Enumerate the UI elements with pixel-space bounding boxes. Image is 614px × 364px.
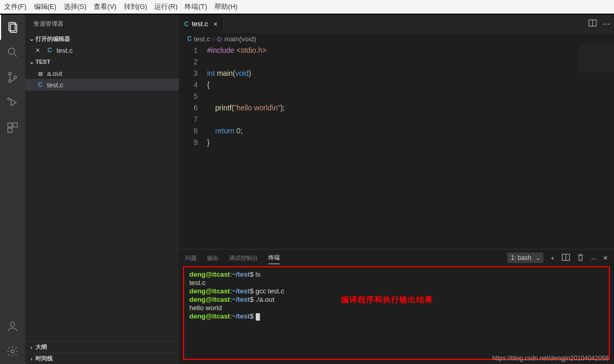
terminal-select[interactable]: 1: bash — [507, 254, 543, 261]
annotation: 编译程序和执行输出结果 — [341, 295, 433, 304]
svg-rect-11 — [8, 128, 12, 132]
terminal[interactable]: 编译程序和执行输出结果 deng@itcast:~/test$ lstest.c… — [183, 266, 610, 360]
new-terminal-icon[interactable]: ＋ — [550, 254, 555, 262]
terminal-line: deng@itcast:~/test$ ls — [189, 270, 604, 279]
svg-marker-7 — [11, 99, 16, 106]
file-icon: ≣ — [36, 70, 45, 77]
extensions-icon[interactable] — [0, 115, 25, 140]
svg-rect-10 — [13, 123, 17, 127]
file-c-icon: C — [45, 47, 54, 54]
menu-item[interactable]: 转到(G) — [124, 2, 147, 12]
svg-rect-9 — [8, 123, 12, 127]
timeline-header[interactable]: ›时间线 — [25, 352, 179, 364]
menubar: 文件(F)编辑(E)选择(S)查看(V)转到(G)运行(R)终端(T)帮助(H) — [0, 0, 614, 15]
file-c-icon: C — [184, 20, 189, 28]
close-icon[interactable]: × — [36, 46, 43, 54]
kill-terminal-icon[interactable] — [576, 253, 585, 263]
terminal-line: test.c — [189, 279, 604, 287]
svg-point-2 — [8, 48, 15, 54]
open-editor-item[interactable]: ×Ctest.c — [25, 44, 179, 56]
debug-icon[interactable] — [0, 90, 25, 115]
more-icon[interactable]: ··· — [603, 19, 610, 29]
tab-bar: Ctest.c× ··· — [179, 15, 614, 33]
breadcrumb[interactable]: C test.c › ⊙ main(void) — [179, 33, 614, 44]
terminal-line: deng@itcast:~/test$ — [189, 312, 604, 321]
menu-item[interactable]: 查看(V) — [94, 2, 116, 12]
file-item[interactable]: Ctest.c — [25, 79, 179, 90]
file-c-icon: C — [187, 35, 192, 42]
gear-icon[interactable] — [0, 339, 25, 364]
close-panel-icon[interactable]: ✕ — [603, 255, 608, 261]
editor: Ctest.c× ··· C test.c › ⊙ main(void) 123… — [179, 15, 614, 364]
file-item[interactable]: ≣a.out — [25, 67, 179, 79]
editor-tab[interactable]: Ctest.c× — [179, 15, 223, 33]
watermark: https://blog.csdn.net/dengjin20104042056 — [492, 355, 609, 362]
svg-point-5 — [9, 80, 12, 83]
svg-point-13 — [11, 350, 14, 353]
menu-item[interactable]: 编辑(E) — [34, 2, 56, 12]
panel-tabs: 问题输出调试控制台终端 1: bash ＋ ︿ ✕ — [179, 249, 614, 266]
maximize-panel-icon[interactable]: ︿ — [591, 254, 597, 262]
menu-item[interactable]: 运行(R) — [154, 2, 177, 12]
svg-point-8 — [8, 98, 10, 100]
terminal-line: deng@itcast:~/test$ gcc test.c — [189, 287, 604, 295]
panel-tab[interactable]: 调试控制台 — [229, 252, 258, 264]
open-editors-header[interactable]: ⌄打开的编辑器 — [25, 33, 179, 44]
panel-tab[interactable]: 终端 — [268, 252, 280, 264]
activity-bar — [0, 15, 25, 364]
main: 资源管理器 ⌄打开的编辑器 ×Ctest.c ⌄TEST ≣a.outCtest… — [0, 15, 614, 364]
svg-line-3 — [14, 54, 17, 56]
search-icon[interactable] — [0, 40, 25, 65]
file-icon: C — [36, 81, 45, 88]
scm-icon[interactable] — [0, 65, 25, 90]
menu-item[interactable]: 文件(F) — [4, 2, 27, 12]
menu-item[interactable]: 选择(S) — [64, 2, 86, 12]
sidebar: 资源管理器 ⌄打开的编辑器 ×Ctest.c ⌄TEST ≣a.outCtest… — [25, 15, 179, 364]
outline-header[interactable]: ›大纲 — [25, 341, 179, 352]
folder-header[interactable]: ⌄TEST — [25, 56, 179, 67]
code-editor[interactable]: 123456789 #include <stdio.h>int main(voi… — [179, 44, 614, 249]
symbol-icon: ⊙ — [217, 35, 222, 43]
sidebar-title: 资源管理器 — [25, 15, 179, 33]
menu-item[interactable]: 帮助(H) — [214, 2, 237, 12]
menu-item[interactable]: 终端(T) — [185, 2, 207, 12]
svg-point-4 — [9, 73, 12, 75]
panel-tab[interactable]: 输出 — [207, 252, 219, 264]
svg-point-6 — [14, 76, 17, 79]
svg-point-12 — [10, 322, 15, 326]
panel-tab[interactable]: 问题 — [185, 252, 197, 264]
account-icon[interactable] — [0, 314, 25, 339]
explorer-icon[interactable] — [0, 15, 25, 40]
split-terminal-icon[interactable] — [562, 253, 570, 263]
terminal-line: hello world — [189, 304, 604, 312]
split-editor-icon[interactable] — [588, 19, 597, 29]
minimap[interactable] — [578, 44, 614, 73]
panel: 问题输出调试控制台终端 1: bash ＋ ︿ ✕ 编译程序和执行输出结果 de… — [179, 249, 614, 364]
close-icon[interactable]: × — [213, 20, 218, 28]
